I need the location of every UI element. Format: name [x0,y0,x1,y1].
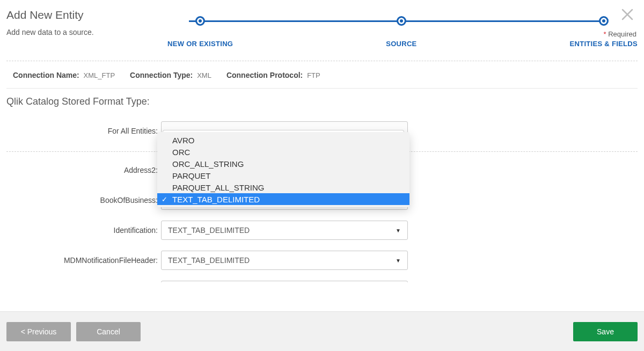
step-source[interactable]: SOURCE [386,16,416,48]
chevron-down-icon: ▼ [396,258,401,264]
connection-type: Connection Type: XML [130,71,211,79]
section-title: Qlik Catalog Stored Format Type: [0,89,644,111]
row-mdmnotificationfiletrailer: MDMNotificationFileTrailer: TEXT_TAB_DEL… [0,275,644,282]
option-label: ORC [172,148,190,157]
wizard-stepper: NEW OR EXISTING SOURCE ENTITIES & FIELDS [167,9,638,48]
save-button[interactable]: Save [573,322,638,341]
step-entities-fields[interactable]: ENTITIES & FIELDS [570,16,638,48]
step-label: SOURCE [386,40,416,48]
connection-type-value: XML [197,71,211,79]
select-value: TEXT_TAB_DELIMITED [168,226,250,235]
connection-protocol-label: Connection Protocol: [226,71,303,79]
row-mdmnotificationfileheader: MDMNotificationFileHeader: TEXT_TAB_DELI… [0,245,644,275]
title-block: Add New Entity Add new data to a source. [6,9,167,36]
step-circle-icon [195,16,205,26]
identification-select[interactable]: TEXT_TAB_DELIMITED ▼ [161,221,408,240]
step-label: NEW OR EXISTING [167,40,233,48]
dropdown-option-parquet-all-string[interactable]: PARQUET_ALL_STRING [157,181,409,193]
checkmark-icon: ✓ [162,195,167,203]
option-label: ORC_ALL_STRING [172,159,244,169]
connection-type-label: Connection Type: [130,71,193,79]
dialog-footer: < Previous Cancel Save [0,311,644,351]
dropdown-option-parquet[interactable]: PARQUET [157,170,409,181]
chevron-down-icon: ▼ [396,228,401,233]
entity-label: MDMNotificationFileHeader: [0,256,161,265]
connection-name-label: Connection Name: [13,71,79,79]
page-subtitle: Add new data to a source. [6,28,167,36]
row-identification: Identification: TEXT_TAB_DELIMITED ▼ [0,215,644,245]
entity-label: Identification: [0,226,161,235]
connection-name-value: XML_FTP [84,71,115,79]
dropdown-option-orc[interactable]: ORC [157,146,409,158]
mdmnotificationfileheader-select[interactable]: TEXT_TAB_DELIMITED ▼ [161,251,408,270]
entity-label: BookOfBusiness: [0,196,161,204]
step-label: ENTITIES & FIELDS [570,40,638,48]
option-label: PARQUET [172,171,210,180]
step-new-or-existing[interactable]: NEW OR EXISTING [167,16,233,48]
dropdown-top-edge [163,130,404,132]
step-circle-icon [599,16,609,26]
option-label: PARQUET_ALL_STRING [172,183,264,192]
select-value: TEXT_TAB_DELIMITED [168,256,250,265]
option-label: TEXT_TAB_DELIMITED [172,195,260,204]
option-label: AVRO [172,136,194,145]
dropdown-option-avro[interactable]: AVRO [157,134,409,146]
connection-info: Connection Name: XML_FTP Connection Type… [6,61,638,89]
page-title: Add New Entity [6,9,167,21]
cancel-button[interactable]: Cancel [76,322,141,341]
mdmnotificationfiletrailer-select[interactable]: TEXT_TAB_DELIMITED ▼ [161,281,408,282]
dropdown-option-text-tab-delimited[interactable]: ✓ TEXT_TAB_DELIMITED [157,193,409,205]
for-all-entities-label: For All Entities: [0,127,161,135]
dialog-header: Add New Entity Add new data to a source.… [0,0,644,48]
connection-protocol: Connection Protocol: FTP [226,71,320,79]
connection-protocol-value: FTP [307,71,320,79]
format-dropdown-menu[interactable]: AVRO ORC ORC_ALL_STRING PARQUET PARQUET_… [157,132,409,207]
previous-button[interactable]: < Previous [6,322,71,341]
dropdown-option-orc-all-string[interactable]: ORC_ALL_STRING [157,158,409,170]
connection-name: Connection Name: XML_FTP [13,71,115,79]
step-circle-icon [397,16,406,26]
entity-label: Address2: [0,166,161,174]
